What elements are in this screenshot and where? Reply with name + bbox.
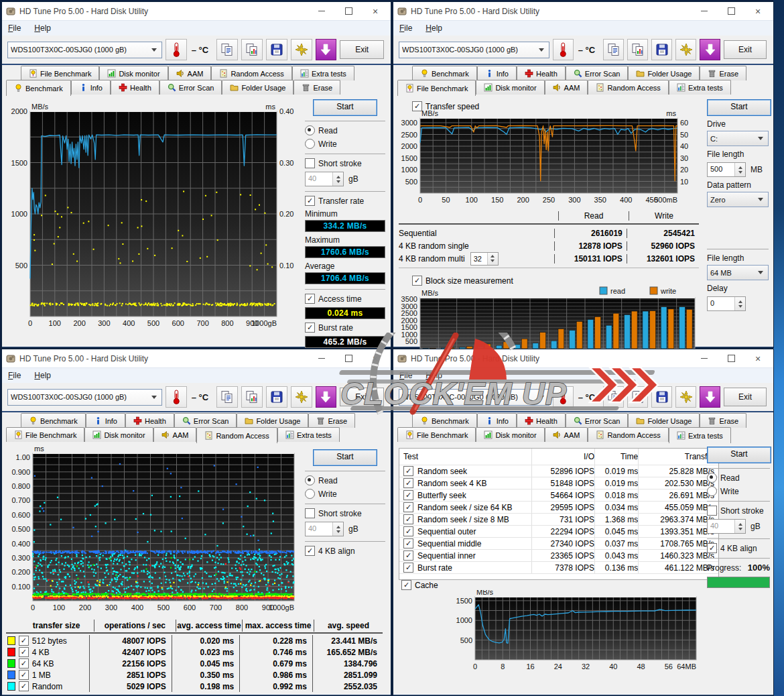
tab-extra-tests[interactable]: Extra tests xyxy=(669,427,731,443)
tab-info[interactable]: Info xyxy=(71,80,111,95)
tab-extra-tests[interactable]: Extra tests xyxy=(292,66,354,80)
start-button[interactable]: Start xyxy=(707,99,771,116)
row-checkbox[interactable]: ✓ xyxy=(19,636,29,646)
tab-info[interactable]: Info xyxy=(86,413,125,428)
copy-text-button[interactable] xyxy=(603,386,624,408)
tab-extra-tests[interactable]: Extra tests xyxy=(277,427,340,442)
four-kb-align-checkbox[interactable]: ✓ xyxy=(305,546,315,556)
menu-item-help[interactable]: Help xyxy=(34,371,51,380)
capture-button[interactable] xyxy=(316,386,337,408)
row-checkbox[interactable]: ✓ xyxy=(19,658,29,669)
transfer-rate-checkbox[interactable]: ✓ xyxy=(305,196,315,206)
copy-image-button[interactable] xyxy=(627,39,648,60)
save-button[interactable] xyxy=(651,39,672,60)
copy-image-button[interactable] xyxy=(241,39,263,60)
close-button[interactable]: × xyxy=(364,4,387,19)
tab-file-benchmark[interactable]: File Benchmark xyxy=(21,66,99,80)
save-button[interactable] xyxy=(651,386,672,408)
menu-item-file[interactable]: File xyxy=(399,371,412,380)
tab-health[interactable]: Health xyxy=(517,66,566,80)
close-button[interactable]: × xyxy=(364,351,387,366)
block-file-length-select[interactable]: 64 MB xyxy=(707,265,769,280)
minimize-button[interactable] xyxy=(310,4,333,19)
short-stroke-size-spinner[interactable]: 40 xyxy=(305,172,344,186)
tab-info[interactable]: Info xyxy=(477,66,517,80)
options-button[interactable] xyxy=(291,39,312,60)
read-option-radio[interactable] xyxy=(305,475,315,485)
maximize-button[interactable] xyxy=(720,351,742,366)
drive-select[interactable]: WDS100T3X0C-00SJG0 (1000 gB) xyxy=(399,42,549,58)
save-button[interactable] xyxy=(266,39,287,60)
short-stroke-checkbox[interactable] xyxy=(305,158,315,168)
tab-aam[interactable]: AAM xyxy=(545,427,588,442)
maximize-button[interactable] xyxy=(337,351,360,366)
tab-benchmark[interactable]: Benchmark xyxy=(412,413,477,428)
spinner-arrows[interactable] xyxy=(332,172,343,186)
test-checkbox[interactable]: ✓ xyxy=(403,466,413,476)
tab-file-benchmark[interactable]: File Benchmark xyxy=(6,427,84,442)
minimize-button[interactable] xyxy=(693,351,716,366)
menu-item-help[interactable]: Help xyxy=(426,23,442,33)
row-checkbox[interactable]: ✓ xyxy=(19,681,29,691)
start-button[interactable]: Start xyxy=(707,447,771,463)
copy-image-button[interactable] xyxy=(627,386,648,408)
tab-erase[interactable]: Erase xyxy=(293,80,340,95)
four-kb-align-checkbox[interactable]: ✓ xyxy=(707,543,717,553)
maximize-button[interactable] xyxy=(720,4,742,19)
copy-text-button[interactable] xyxy=(216,39,238,60)
write-option-radio[interactable] xyxy=(707,486,717,496)
tab-disk-monitor[interactable]: Disk monitor xyxy=(476,80,544,95)
exit-button[interactable]: Exit xyxy=(340,40,384,59)
tab-erase[interactable]: Erase xyxy=(700,413,746,428)
drive-select[interactable]: WDS100T3X0C-00SJG0 (1000 gB) xyxy=(7,389,162,406)
menu-item-file[interactable]: File xyxy=(399,23,412,33)
tab-info[interactable]: Info xyxy=(477,413,517,428)
options-button[interactable] xyxy=(675,386,696,408)
capture-button[interactable] xyxy=(700,39,720,60)
cache-checkbox[interactable]: ✓ xyxy=(401,580,411,590)
capture-button[interactable] xyxy=(316,39,337,60)
tab-health[interactable]: Health xyxy=(517,413,566,428)
tab-benchmark[interactable]: Benchmark xyxy=(6,80,71,96)
access-time-checkbox[interactable]: ✓ xyxy=(305,294,315,304)
read-option-radio[interactable] xyxy=(305,125,315,135)
short-stroke-checkbox[interactable] xyxy=(707,506,717,516)
tab-erase[interactable]: Erase xyxy=(700,66,746,80)
tab-folder-usage[interactable]: Folder Usage xyxy=(222,80,293,95)
file-length-spinner[interactable]: 500 xyxy=(707,162,746,177)
close-button[interactable]: × xyxy=(746,351,769,366)
maximize-button[interactable] xyxy=(337,4,360,19)
short-stroke-size-spinner[interactable]: 40 xyxy=(305,522,344,536)
read-option-radio[interactable] xyxy=(707,473,717,483)
copy-text-button[interactable] xyxy=(603,39,624,60)
tab-error-scan[interactable]: Error Scan xyxy=(174,413,237,428)
row-checkbox[interactable]: ✓ xyxy=(19,670,29,680)
tab-aam[interactable]: AAM xyxy=(545,80,588,95)
menu-item-help[interactable]: Help xyxy=(426,371,442,380)
tab-benchmark[interactable]: Benchmark xyxy=(21,413,86,428)
capture-button[interactable] xyxy=(700,386,720,408)
options-button[interactable] xyxy=(675,39,696,60)
tab-random-access[interactable]: Random Access xyxy=(588,427,668,442)
minimize-button[interactable] xyxy=(310,351,333,366)
exit-button[interactable]: Exit xyxy=(724,40,767,59)
tab-error-scan[interactable]: Error Scan xyxy=(159,80,222,95)
tab-benchmark[interactable]: Benchmark xyxy=(412,66,477,80)
menu-item-file[interactable]: File xyxy=(8,371,21,380)
test-checkbox[interactable]: ✓ xyxy=(403,526,413,536)
drive-select[interactable]: WDS100T3X0C-00SJG0 (1000 gB) xyxy=(399,389,549,406)
temperature-button[interactable] xyxy=(553,386,574,408)
test-checkbox[interactable]: ✓ xyxy=(403,563,413,573)
test-checkbox[interactable]: ✓ xyxy=(403,490,413,500)
short-stroke-checkbox[interactable] xyxy=(305,508,315,518)
spinner-arrows[interactable] xyxy=(734,297,745,310)
tab-folder-usage[interactable]: Folder Usage xyxy=(237,413,308,428)
menu-item-help[interactable]: Help xyxy=(34,23,51,33)
copy-image-button[interactable] xyxy=(241,386,263,408)
exit-button[interactable]: Exit xyxy=(340,388,384,406)
tab-erase[interactable]: Erase xyxy=(308,413,355,428)
tab-folder-usage[interactable]: Folder Usage xyxy=(628,413,700,428)
spinner-arrows[interactable] xyxy=(332,522,343,536)
spinner-arrows[interactable] xyxy=(734,520,745,533)
menu-item-file[interactable]: File xyxy=(8,23,21,33)
